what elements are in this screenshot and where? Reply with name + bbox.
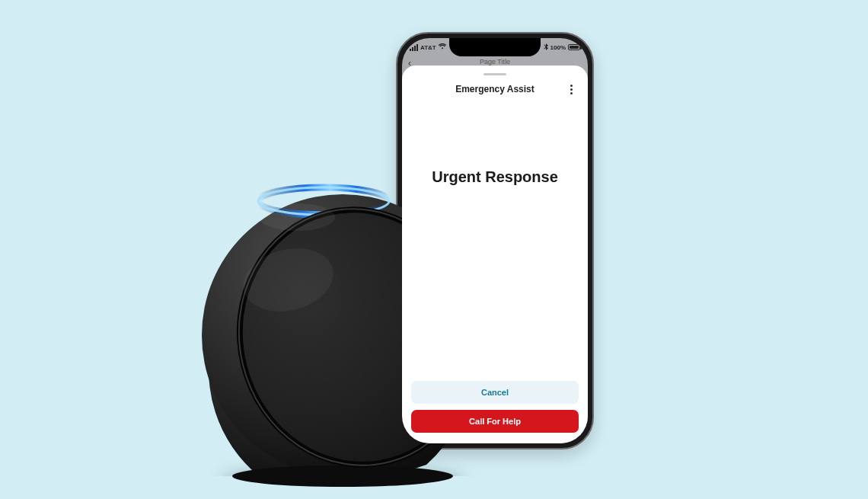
phone-screen: AT&T 100% ‹ Page Title Emergency Assist (402, 38, 588, 443)
svg-point-6 (232, 465, 453, 487)
battery-pct: 100% (550, 44, 566, 51)
svg-point-13 (237, 239, 340, 321)
sheet-title: Emergency Assist (455, 84, 535, 94)
nav-title: Page Title (480, 58, 510, 66)
svg-point-3 (221, 468, 464, 495)
wifi-icon (439, 43, 446, 51)
bluetooth-icon (544, 43, 548, 52)
svg-rect-5 (183, 476, 487, 499)
phone-frame: AT&T 100% ‹ Page Title Emergency Assist (396, 32, 594, 449)
battery-icon (568, 44, 580, 50)
signal-icon (410, 44, 418, 51)
sheet-drag-handle[interactable] (483, 73, 506, 75)
carrier-label: AT&T (420, 44, 436, 51)
svg-point-8 (258, 187, 389, 215)
cancel-button[interactable]: Cancel (411, 381, 579, 404)
phone-notch (449, 38, 541, 56)
svg-point-14 (259, 203, 335, 231)
more-options-icon[interactable] (567, 82, 576, 98)
call-for-help-button[interactable]: Call For Help (411, 410, 579, 433)
bottom-sheet: Emergency Assist Urgent Response Cancel … (402, 66, 588, 443)
urgent-response-heading: Urgent Response (411, 168, 579, 186)
svg-point-7 (258, 187, 389, 215)
